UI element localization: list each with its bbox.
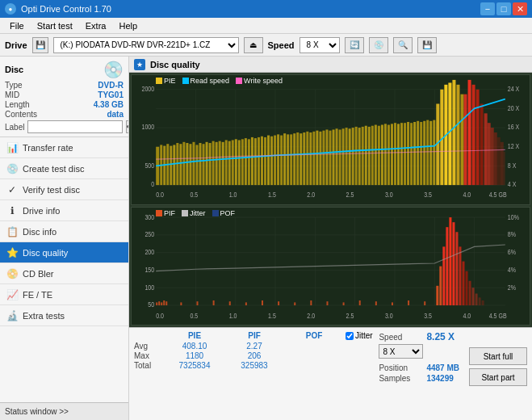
menu-bar: File Start test Extra Help <box>0 18 532 34</box>
svg-text:4.5 GB: 4.5 GB <box>489 191 507 200</box>
y-axis-2000: 2000 <box>142 86 155 94</box>
verify-test-disc-icon: ✓ <box>6 184 18 195</box>
burn-button[interactable]: 💿 <box>369 37 388 53</box>
drive-select[interactable]: (K:) PIODATA DVD-RW DVR-221D+ 1.CZ <box>53 37 239 53</box>
svg-rect-164 <box>408 300 409 305</box>
svg-rect-116 <box>494 132 497 185</box>
svg-text:0.0: 0.0 <box>156 191 164 200</box>
svg-rect-66 <box>322 131 325 185</box>
svg-rect-29 <box>203 144 205 185</box>
position-value: 4487 MB <box>426 363 459 372</box>
sidebar-item-transfer-rate[interactable]: 📊 Transfer rate <box>0 137 128 158</box>
disc-label-input[interactable] <box>27 120 123 133</box>
type-label: Type <box>5 81 23 90</box>
title-bar: ● Opti Drive Control 1.70 − □ ✕ <box>0 0 532 18</box>
svg-rect-115 <box>491 128 494 185</box>
svg-rect-67 <box>325 129 328 185</box>
speed-quality-select[interactable]: 8 X 4 X 16 X <box>379 344 423 359</box>
svg-text:300: 300 <box>145 213 154 221</box>
sidebar-item-verify-test-disc[interactable]: ✓ Verify test disc <box>0 179 128 200</box>
svg-rect-20 <box>173 145 175 185</box>
menu-extra[interactable]: Extra <box>79 19 113 32</box>
svg-rect-19 <box>170 146 172 186</box>
scan-button[interactable]: 🔍 <box>393 37 413 53</box>
svg-rect-82 <box>375 125 377 186</box>
sidebar-item-label: CD Bler <box>23 269 54 279</box>
svg-rect-30 <box>206 142 208 185</box>
total-pie: 7325834 <box>166 361 223 370</box>
svg-rect-173 <box>459 246 461 305</box>
start-full-button[interactable]: Start full <box>469 347 527 365</box>
svg-rect-94 <box>413 122 416 185</box>
svg-rect-95 <box>417 121 419 185</box>
total-label: Total <box>134 361 163 370</box>
maximize-button[interactable]: □ <box>496 2 511 15</box>
drive-icon: 💾 <box>32 37 48 53</box>
drive-bar: Drive 💾 (K:) PIODATA DVD-RW DVR-221D+ 1.… <box>0 34 532 57</box>
svg-rect-167 <box>439 266 442 304</box>
svg-text:150: 150 <box>145 266 154 274</box>
disc-section-title: Disc <box>5 65 23 74</box>
sidebar-item-label: Extra tests <box>23 311 65 321</box>
sidebar-item-extra-tests[interactable]: 🔬 Extra tests <box>0 305 128 326</box>
drive-info-icon: ℹ <box>6 205 18 216</box>
max-pif: 206 <box>226 351 283 360</box>
svg-rect-25 <box>189 144 191 185</box>
avg-pie: 408.10 <box>166 342 223 351</box>
jitter-checkbox[interactable] <box>346 332 354 340</box>
svg-rect-174 <box>462 261 464 304</box>
max-pie: 1180 <box>166 351 223 360</box>
jitter-label: Jitter <box>355 331 373 340</box>
svg-rect-150 <box>180 302 182 305</box>
stats-max-row: Max 1180 206 <box>134 351 367 360</box>
status-window-button[interactable]: Status window >> <box>0 402 128 420</box>
svg-text:50: 50 <box>148 301 154 309</box>
menu-file[interactable]: File <box>3 19 31 32</box>
sidebar-item-drive-info[interactable]: ℹ Drive info <box>0 200 128 221</box>
svg-rect-118 <box>501 142 504 185</box>
close-button[interactable]: ✕ <box>513 2 527 15</box>
sidebar-item-create-test-disc[interactable]: 💿 Create test disc <box>0 158 128 179</box>
sidebar-item-fe-te[interactable]: 📈 FE / TE <box>0 284 128 305</box>
speed-select[interactable]: 8 X 4 X 12 X 16 X <box>300 37 340 53</box>
svg-rect-97 <box>423 121 425 185</box>
svg-rect-73 <box>346 128 348 185</box>
svg-rect-76 <box>355 127 358 185</box>
stats-table: PIE PIF POF Jitter Avg 408.10 2.27 <box>134 331 367 417</box>
svg-rect-62 <box>309 132 312 185</box>
sidebar-item-cd-bler[interactable]: 📀 CD Bler <box>0 263 128 284</box>
speed-stat-value: 8.25 X <box>426 331 455 342</box>
eject-button[interactable]: ⏏ <box>244 37 263 53</box>
svg-rect-23 <box>182 142 185 185</box>
svg-rect-106 <box>456 85 459 185</box>
disc-visual-icon: 💿 <box>103 60 124 79</box>
y-right-4x: 4 X <box>508 181 517 189</box>
sidebar-item-disc-quality[interactable]: ⭐ Disc quality <box>0 242 128 263</box>
svg-rect-93 <box>410 123 413 185</box>
svg-text:2.5: 2.5 <box>346 191 354 200</box>
svg-rect-32 <box>212 141 215 185</box>
menu-help[interactable]: Help <box>112 19 144 32</box>
svg-text:10%: 10% <box>508 213 519 221</box>
refresh-button[interactable]: 🔄 <box>345 37 364 53</box>
contents-value: data <box>107 110 124 119</box>
start-part-button[interactable]: Start part <box>469 368 527 386</box>
speed-pos-area: Speed 8.25 X 8 X 4 X 16 X Position 4487 … <box>379 331 459 417</box>
svg-rect-85 <box>384 124 387 185</box>
svg-rect-51 <box>274 136 276 186</box>
svg-text:100: 100 <box>145 284 154 292</box>
contents-label: Contents <box>5 110 37 119</box>
svg-rect-46 <box>258 137 260 185</box>
minimize-button[interactable]: − <box>480 2 495 15</box>
sidebar-item-label: Drive info <box>23 206 60 216</box>
stats-avg-row: Avg 408.10 2.27 <box>134 342 367 351</box>
svg-rect-98 <box>426 120 429 185</box>
y-right-20x: 20 X <box>508 104 519 112</box>
y-right-16x: 16 X <box>508 124 519 132</box>
svg-rect-89 <box>397 124 400 185</box>
sidebar-item-disc-info[interactable]: 📋 Disc info <box>0 221 128 242</box>
svg-text:2.5: 2.5 <box>346 312 354 320</box>
menu-start-test[interactable]: Start test <box>31 19 79 32</box>
save-button[interactable]: 💾 <box>417 37 437 53</box>
svg-rect-96 <box>420 122 422 185</box>
